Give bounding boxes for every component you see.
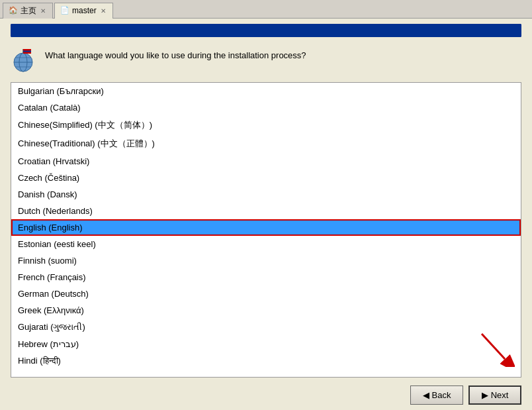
svg-rect-8 <box>23 52 31 54</box>
svg-rect-7 <box>23 49 31 51</box>
language-item-croatian[interactable]: Croatian (Hrvatski) <box>11 153 521 170</box>
next-arrow-icon: ▶ <box>482 390 488 400</box>
back-label: Back <box>432 390 451 400</box>
language-item-dutch[interactable]: Dutch (Nederlands) <box>11 203 521 219</box>
header-section: What language would you like to use duri… <box>0 42 532 79</box>
installation-question: What language would you like to use duri… <box>45 50 306 60</box>
language-list-scroll[interactable]: Bulgarian (Български)Catalan (Català)Chi… <box>11 83 521 377</box>
tab-icon-home: 🏠 <box>9 6 18 15</box>
progress-bar-fill <box>11 24 521 37</box>
button-area: ◀ Back ▶ Next <box>0 380 532 410</box>
language-item-french[interactable]: French (Français) <box>11 269 521 285</box>
next-label: Next <box>491 390 509 400</box>
language-item-czech[interactable]: Czech (Čeština) <box>11 170 521 186</box>
tab-label-home: 主页 <box>21 5 36 17</box>
language-item-greek[interactable]: Greek (Ελληνικά) <box>11 302 521 319</box>
tab-label-master: master <box>72 6 97 15</box>
language-item-finnish[interactable]: Finnish (suomi) <box>11 252 521 269</box>
language-item-english[interactable]: English (English) <box>11 219 521 236</box>
language-list-container[interactable]: Bulgarian (Български)Catalan (Català)Chi… <box>11 82 521 378</box>
language-item-gujarati[interactable]: Gujarati (ગુજરાતી) <box>11 319 521 336</box>
progress-bar-container <box>11 24 521 37</box>
language-item-hindi[interactable]: Hindi (हिन्दी) <box>11 352 521 370</box>
language-item-hebrew[interactable]: Hebrew (עברית) <box>11 336 521 352</box>
tab-close-master[interactable]: ✕ <box>99 7 107 15</box>
language-item-danish[interactable]: Danish (Dansk) <box>11 186 521 203</box>
language-item-chinese_simplified[interactable]: Chinese(Simplified) (中文（简体）) <box>11 116 521 134</box>
tab-bar: 🏠主页✕📄master✕ <box>0 0 532 19</box>
tab-home[interactable]: 🏠主页✕ <box>3 3 53 19</box>
language-item-german[interactable]: German (Deutsch) <box>11 285 521 302</box>
language-item-bulgarian[interactable]: Bulgarian (Български) <box>11 83 521 99</box>
globe-icon <box>11 48 37 74</box>
next-button[interactable]: ▶ Next <box>468 385 521 405</box>
back-button[interactable]: ◀ Back <box>410 385 463 405</box>
language-item-estonian[interactable]: Estonian (eesti keel) <box>11 236 521 252</box>
back-arrow-icon: ◀ <box>423 390 429 400</box>
tab-master[interactable]: 📄master✕ <box>54 3 113 19</box>
tab-close-home[interactable]: ✕ <box>39 7 47 15</box>
main-content: What language would you like to use duri… <box>0 19 532 410</box>
language-item-catalan[interactable]: Catalan (Català) <box>11 99 521 116</box>
header-text: What language would you like to use duri… <box>45 48 306 60</box>
language-item-chinese_traditional[interactable]: Chinese(Traditional) (中文（正體）) <box>11 134 521 153</box>
tab-icon-master: 📄 <box>60 6 69 15</box>
